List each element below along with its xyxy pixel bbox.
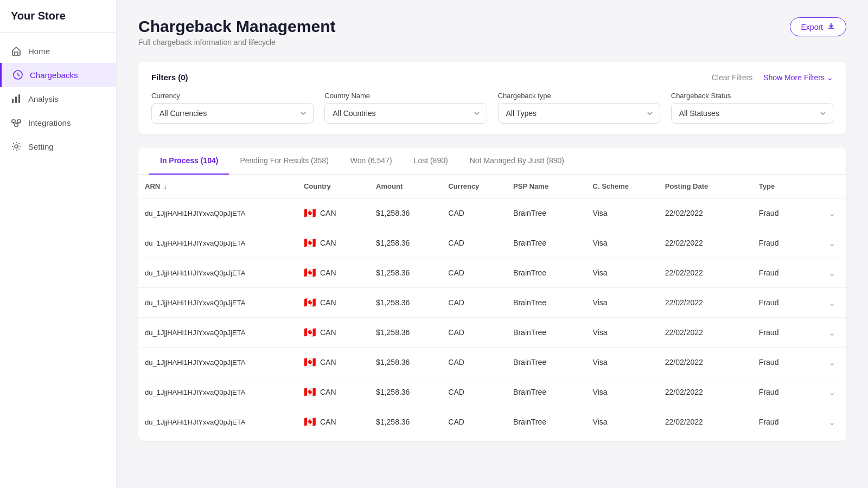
cell-scheme: Visa [586, 318, 659, 348]
svg-rect-3 [18, 94, 20, 103]
country-label: Country Name [324, 92, 487, 100]
filter-header: Filters (0) Clear Filters Show More Filt… [151, 73, 833, 82]
sidebar-item-setting[interactable]: Setting [0, 134, 116, 158]
table-row[interactable]: du_1JjjHAHi1HJIYxvaQ0pJjETA 🇨🇦 CAN $1,25… [138, 377, 846, 407]
tab-pending[interactable]: Pending For Results (358) [229, 147, 339, 175]
cell-currency: CAD [442, 407, 507, 437]
chargeback-status-select[interactable]: All Statuses In Process Won Lost Pending [671, 103, 833, 124]
tab-lost[interactable]: Lost (890) [403, 147, 459, 175]
table-row[interactable]: du_1JjjHAHi1HJIYxvaQ0pJjETA 🇨🇦 CAN $1,25… [138, 198, 846, 228]
page-title: Chargeback Management [138, 17, 335, 36]
table-row[interactable]: du_1JjjHAHi1HJIYxvaQ0pJjETA 🇨🇦 CAN $1,25… [138, 407, 846, 437]
row-expand-button[interactable]: ⌄ [810, 348, 846, 377]
cell-country: 🇨🇦 CAN [297, 288, 369, 318]
row-expand-button[interactable]: ⌄ [810, 258, 846, 288]
chargebacks-table: ARN ↓ Country Amount Currency PSP Name C… [138, 175, 846, 436]
th-type[interactable]: Type [752, 175, 810, 198]
row-expand-button[interactable]: ⌄ [810, 288, 846, 318]
row-expand-button[interactable]: ⌄ [810, 377, 846, 407]
setting-icon [11, 141, 22, 152]
chargebacks-icon [12, 69, 23, 80]
tabs-container: In Process (104) Pending For Results (35… [138, 147, 846, 441]
export-button[interactable]: Export [790, 17, 846, 36]
table-row[interactable]: du_1JjjHAHi1HJIYxvaQ0pJjETA 🇨🇦 CAN $1,25… [138, 348, 846, 377]
th-amount[interactable]: Amount [369, 175, 442, 198]
country-filter-group: Country Name All Countries Canada United… [324, 92, 487, 124]
page-header: Chargeback Management Full chargeback in… [138, 17, 846, 47]
sidebar-item-chargebacks[interactable]: Chargebacks [0, 63, 116, 87]
country-select[interactable]: All Countries Canada United States Unite… [324, 103, 487, 124]
th-scheme[interactable]: C. Scheme [586, 175, 659, 198]
row-expand-button[interactable]: ⌄ [810, 228, 846, 258]
cell-arn: du_1JjjHAHi1HJIYxvaQ0pJjETA [138, 318, 297, 348]
sidebar-item-analysis[interactable]: Analysis [0, 87, 116, 111]
currency-select[interactable]: All Currencies USD CAD EUR [151, 103, 314, 124]
sidebar-item-integrations[interactable]: Integrations [0, 111, 116, 134]
th-arn[interactable]: ARN ↓ [138, 175, 297, 198]
th-psp[interactable]: PSP Name [507, 175, 586, 198]
tab-won[interactable]: Won (6,547) [340, 147, 403, 175]
table-wrap: ARN ↓ Country Amount Currency PSP Name C… [138, 175, 846, 441]
sidebar-item-home[interactable]: Home [0, 39, 116, 63]
cell-arn: du_1JjjHAHi1HJIYxvaQ0pJjETA [138, 407, 297, 437]
row-expand-button[interactable]: ⌄ [810, 198, 846, 228]
cell-amount: $1,258.36 [369, 258, 442, 288]
cell-scheme: Visa [586, 348, 659, 377]
th-action [810, 175, 846, 198]
tab-not-managed[interactable]: Not Managed By Justt (890) [459, 147, 575, 175]
table-row[interactable]: du_1JjjHAHi1HJIYxvaQ0pJjETA 🇨🇦 CAN $1,25… [138, 318, 846, 348]
cell-scheme: Visa [586, 228, 659, 258]
country-code: CAN [320, 388, 336, 396]
cell-date: 22/02/2022 [659, 318, 752, 348]
canada-flag-icon: 🇨🇦 [304, 416, 316, 428]
sidebar: Your Store Home Chargebacks [0, 0, 117, 488]
cell-psp: BrainTree [507, 228, 586, 258]
cell-country: 🇨🇦 CAN [297, 407, 369, 437]
tab-in-process[interactable]: In Process (104) [149, 147, 229, 175]
home-icon [11, 46, 22, 56]
cell-psp: BrainTree [507, 198, 586, 228]
cell-date: 22/02/2022 [659, 407, 752, 437]
cell-type: Fraud [752, 228, 810, 258]
cell-psp: BrainTree [507, 348, 586, 377]
th-country[interactable]: Country [297, 175, 369, 198]
cell-amount: $1,258.36 [369, 228, 442, 258]
currency-label: Currency [151, 92, 314, 100]
th-currency[interactable]: Currency [442, 175, 507, 198]
filter-panel: Filters (0) Clear Filters Show More Filt… [138, 62, 846, 134]
cell-scheme: Visa [586, 407, 659, 437]
cell-amount: $1,258.36 [369, 407, 442, 437]
cell-amount: $1,258.36 [369, 377, 442, 407]
cell-psp: BrainTree [507, 288, 586, 318]
cell-country: 🇨🇦 CAN [297, 198, 369, 228]
chargeback-type-select[interactable]: All Types Fraud Dispute Other [498, 103, 660, 124]
cell-type: Fraud [752, 258, 810, 288]
clear-filters-button[interactable]: Clear Filters [712, 73, 752, 82]
table-row[interactable]: du_1JjjHAHi1HJIYxvaQ0pJjETA 🇨🇦 CAN $1,25… [138, 258, 846, 288]
row-expand-button[interactable]: ⌄ [810, 407, 846, 437]
country-code: CAN [320, 418, 336, 426]
cell-country: 🇨🇦 CAN [297, 258, 369, 288]
show-more-label: Show More Filters [763, 73, 825, 82]
cell-country: 🇨🇦 CAN [297, 228, 369, 258]
cell-date: 22/02/2022 [659, 198, 752, 228]
export-label: Export [801, 23, 823, 31]
cell-date: 22/02/2022 [659, 288, 752, 318]
cell-psp: BrainTree [507, 318, 586, 348]
cell-amount: $1,258.36 [369, 288, 442, 318]
row-expand-button[interactable]: ⌄ [810, 318, 846, 348]
svg-rect-6 [15, 124, 18, 126]
cell-country: 🇨🇦 CAN [297, 318, 369, 348]
th-date[interactable]: Posting Date [659, 175, 752, 198]
show-more-filters-button[interactable]: Show More Filters ⌄ [763, 73, 833, 82]
cell-date: 22/02/2022 [659, 348, 752, 377]
filter-actions: Clear Filters Show More Filters ⌄ [712, 73, 833, 82]
table-row[interactable]: du_1JjjHAHi1HJIYxvaQ0pJjETA 🇨🇦 CAN $1,25… [138, 228, 846, 258]
cell-scheme: Visa [586, 198, 659, 228]
table-row[interactable]: du_1JjjHAHi1HJIYxvaQ0pJjETA 🇨🇦 CAN $1,25… [138, 288, 846, 318]
cell-currency: CAD [442, 198, 507, 228]
cell-psp: BrainTree [507, 258, 586, 288]
sidebar-item-chargebacks-label: Chargebacks [30, 70, 78, 80]
cell-type: Fraud [752, 377, 810, 407]
chargeback-type-filter-group: Chargeback type All Types Fraud Dispute … [498, 92, 660, 124]
